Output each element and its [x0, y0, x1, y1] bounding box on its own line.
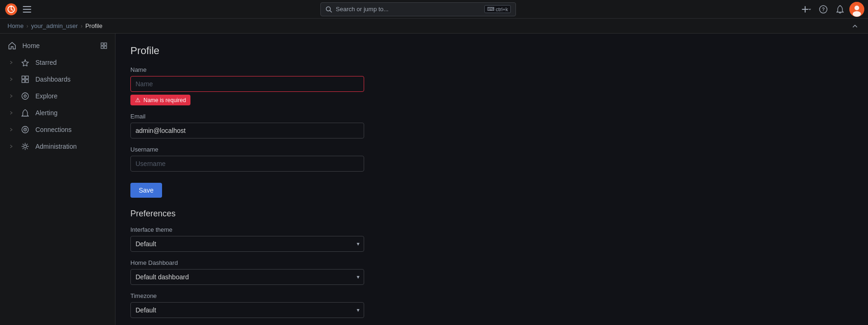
timezone-group: Timezone Default Local browser time UTC …	[130, 292, 364, 318]
search-area: Search or jump to... ⌨ ctrl+k	[37, 2, 799, 16]
search-icon	[326, 6, 332, 13]
explore-expand-icon	[7, 92, 15, 100]
breadcrumb-user[interactable]: your_admin_user	[31, 22, 78, 29]
save-button[interactable]: Save	[130, 183, 162, 198]
sidebar-grid-toggle[interactable]	[100, 42, 108, 49]
star-icon	[20, 58, 30, 67]
grafana-logo[interactable]	[4, 2, 19, 17]
breadcrumb-home[interactable]: Home	[7, 22, 24, 29]
administration-label: Administration	[35, 143, 108, 150]
username-field-group: Username	[130, 146, 364, 172]
dashboards-expand-icon	[7, 76, 15, 83]
name-label: Name	[130, 66, 364, 73]
svg-rect-19	[101, 46, 103, 48]
svg-rect-7	[23, 12, 31, 13]
user-avatar[interactable]	[849, 2, 864, 17]
home-dashboard-label: Home Dashboard	[130, 259, 364, 266]
breadcrumb-bar: Home › your_admin_user › Profile	[0, 19, 868, 34]
svg-rect-21	[22, 76, 25, 79]
help-button[interactable]: ?	[816, 2, 831, 17]
home-dashboard-select-wrapper: Default dashboard ▾	[130, 269, 364, 285]
search-placeholder-text: Search or jump to...	[336, 6, 481, 13]
timezone-select[interactable]: Default Local browser time UTC	[130, 302, 364, 318]
dashboards-icon	[20, 75, 30, 84]
sidebar-item-alerting[interactable]: Alerting	[0, 104, 115, 121]
svg-point-25	[22, 93, 28, 99]
svg-rect-22	[26, 76, 28, 79]
svg-rect-17	[101, 43, 103, 45]
notifications-button[interactable]	[833, 2, 848, 17]
alerting-icon	[20, 108, 30, 118]
explore-icon	[20, 91, 30, 101]
keyboard-icon: ⌨	[487, 6, 495, 12]
sidebar-item-home[interactable]: Home	[0, 37, 115, 54]
alerting-expand-icon	[7, 109, 15, 117]
topbar-actions: ?	[799, 2, 864, 17]
topbar: Search or jump to... ⌨ ctrl+k ?	[0, 0, 868, 19]
administration-icon	[20, 142, 30, 151]
sidebar-item-dashboards[interactable]: Dashboards	[0, 71, 115, 88]
name-error-message: ⚠ Name is required	[130, 95, 190, 105]
search-box[interactable]: Search or jump to... ⌨ ctrl+k	[320, 2, 516, 16]
breadcrumb-current: Profile	[85, 22, 102, 29]
connections-icon	[20, 125, 30, 134]
timezone-label: Timezone	[130, 292, 364, 299]
name-input[interactable]	[130, 76, 364, 92]
svg-point-16	[853, 11, 861, 17]
svg-point-26	[24, 95, 27, 97]
email-label: Email	[130, 113, 364, 120]
svg-point-30	[24, 145, 27, 148]
search-shortcut: ⌨ ctrl+k	[484, 5, 511, 13]
dashboards-label: Dashboards	[35, 76, 108, 83]
starred-expand-icon	[7, 59, 15, 66]
svg-point-2	[10, 5, 12, 7]
svg-rect-6	[23, 9, 31, 10]
preferences-title: Preferences	[130, 209, 853, 219]
sidebar-home-label: Home	[22, 42, 40, 49]
svg-rect-18	[104, 43, 107, 45]
interface-theme-label: Interface theme	[130, 226, 364, 233]
svg-rect-5	[23, 6, 31, 7]
interface-theme-group: Interface theme Default Dark Light ▾	[130, 226, 364, 252]
svg-text:?: ?	[822, 7, 825, 12]
email-input[interactable]	[130, 123, 364, 138]
connections-expand-icon	[7, 126, 15, 133]
menu-toggle-button[interactable]	[20, 3, 34, 16]
interface-theme-select-wrapper: Default Dark Light ▾	[130, 236, 364, 252]
warning-icon: ⚠	[135, 97, 141, 104]
page-title: Profile	[130, 45, 853, 57]
explore-label: Explore	[35, 92, 108, 100]
connections-label: Connections	[35, 126, 108, 133]
svg-point-15	[854, 6, 859, 10]
alerting-label: Alerting	[35, 109, 108, 117]
svg-point-29	[25, 129, 26, 130]
email-field-group: Email	[130, 113, 364, 138]
home-dashboard-select[interactable]: Default dashboard	[130, 269, 364, 285]
administration-expand-icon	[7, 143, 15, 150]
home-dashboard-group: Home Dashboard Default dashboard ▾	[130, 259, 364, 285]
sidebar-item-starred[interactable]: Starred	[0, 54, 115, 71]
sidebar: Home Star	[0, 34, 115, 325]
breadcrumb-collapse-button[interactable]	[849, 21, 861, 32]
svg-rect-20	[104, 46, 107, 48]
sidebar-item-connections[interactable]: Connections	[0, 121, 115, 138]
name-field-group: Name ⚠ Name is required	[130, 66, 364, 105]
breadcrumb-sep-2: ›	[81, 23, 82, 29]
starred-label: Starred	[35, 59, 108, 66]
sidebar-item-explore[interactable]: Explore	[0, 88, 115, 104]
svg-rect-23	[22, 80, 25, 83]
main-layout: Home Star	[0, 34, 868, 325]
svg-line-9	[330, 10, 332, 12]
interface-theme-select[interactable]: Default Dark Light	[130, 236, 364, 252]
home-left: Home	[7, 41, 40, 50]
home-icon	[7, 41, 17, 50]
breadcrumb-sep-1: ›	[27, 23, 28, 29]
sidebar-item-administration[interactable]: Administration	[0, 138, 115, 155]
timezone-select-wrapper: Default Local browser time UTC ▾	[130, 302, 364, 318]
content-area: Profile Name ⚠ Name is required Email Us…	[115, 34, 868, 325]
username-label: Username	[130, 146, 364, 153]
add-button[interactable]	[799, 2, 814, 17]
username-input[interactable]	[130, 156, 364, 172]
svg-rect-24	[26, 80, 28, 83]
